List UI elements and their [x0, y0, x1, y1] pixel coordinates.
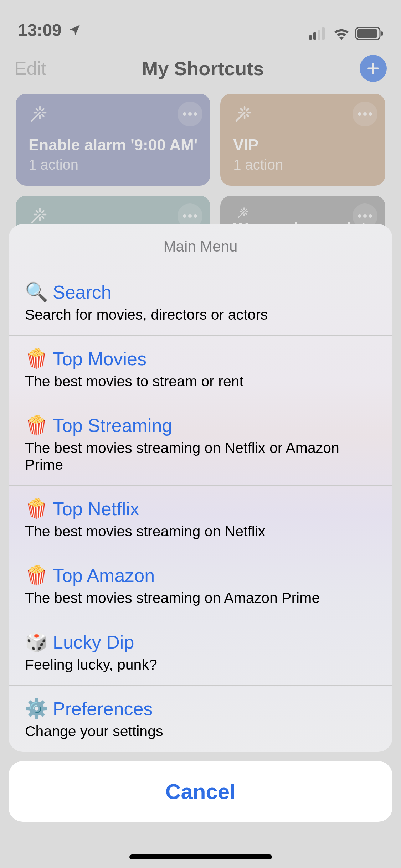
- popcorn-icon: 🍿: [25, 564, 46, 586]
- gear-icon: ⚙️: [25, 698, 46, 719]
- menu-item-subtitle: The best movies streaming on Netflix or …: [25, 440, 376, 473]
- menu-item-top-streaming[interactable]: 🍿 Top Streaming The best movies streamin…: [9, 402, 392, 486]
- menu-item-subtitle: Change your settings: [25, 723, 376, 740]
- menu-item-subtitle: The best movies streaming on Netflix: [25, 523, 376, 540]
- menu-item-top-netflix[interactable]: 🍿 Top Netflix The best movies streaming …: [9, 486, 392, 552]
- menu-item-title: Preferences: [53, 698, 153, 719]
- menu-item-lucky-dip[interactable]: 🎲 Lucky Dip Feeling lucky, punk?: [9, 619, 392, 686]
- menu-item-title: Top Netflix: [53, 498, 139, 520]
- menu-item-title: Top Streaming: [53, 415, 172, 436]
- menu-item-subtitle: The best movies to stream or rent: [25, 373, 376, 390]
- menu-item-title: Search: [53, 281, 112, 303]
- popcorn-icon: 🍿: [25, 414, 46, 436]
- action-sheet-header: Main Menu: [9, 224, 392, 269]
- menu-item-top-movies[interactable]: 🍿 Top Movies The best movies to stream o…: [9, 336, 392, 402]
- menu-item-subtitle: Search for movies, directors or actors: [25, 306, 376, 323]
- menu-item-title: Top Movies: [53, 348, 146, 370]
- dice-icon: 🎲: [25, 631, 46, 653]
- menu-item-search[interactable]: 🔍 Search Search for movies, directors or…: [9, 269, 392, 336]
- popcorn-icon: 🍿: [25, 348, 46, 370]
- menu-item-title: Top Amazon: [53, 565, 155, 586]
- menu-item-top-amazon[interactable]: 🍿 Top Amazon The best movies streaming o…: [9, 552, 392, 619]
- menu-item-preferences[interactable]: ⚙️ Preferences Change your settings: [9, 686, 392, 752]
- popcorn-icon: 🍿: [25, 498, 46, 520]
- menu-item-title: Lucky Dip: [53, 631, 134, 653]
- action-sheet: Main Menu 🔍 Search Search for movies, di…: [9, 224, 392, 822]
- menu-item-subtitle: The best movies streaming on Amazon Prim…: [25, 590, 376, 606]
- search-icon: 🔍: [25, 281, 46, 303]
- cancel-button[interactable]: Cancel: [9, 761, 392, 822]
- action-sheet-main: Main Menu 🔍 Search Search for movies, di…: [9, 224, 392, 752]
- home-indicator[interactable]: [129, 854, 272, 859]
- action-sheet-title: Main Menu: [164, 238, 238, 255]
- menu-item-subtitle: Feeling lucky, punk?: [25, 656, 376, 673]
- cancel-button-label: Cancel: [165, 779, 236, 804]
